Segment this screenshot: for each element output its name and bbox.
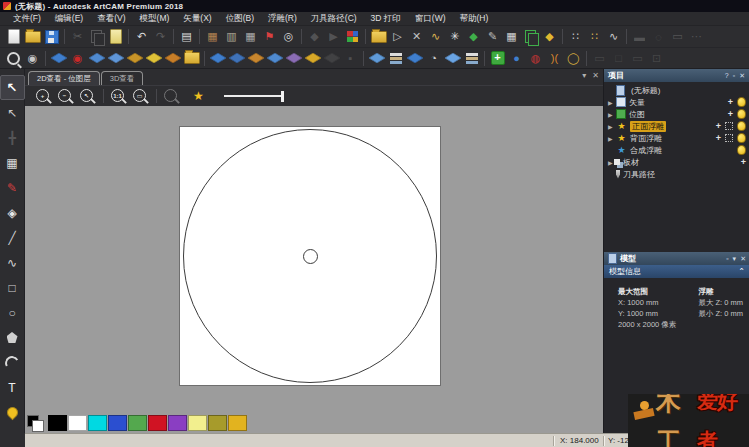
add-icon[interactable]: + [716, 121, 721, 131]
undo-icon[interactable]: ↶ [132, 28, 151, 45]
duplicate-green-icon[interactable] [521, 28, 540, 45]
palette-color-8[interactable] [188, 415, 207, 431]
green-lamp-icon[interactable]: ◆ [464, 28, 483, 45]
polyline-tool-icon[interactable]: ∿ [1, 250, 24, 275]
palette-color-4[interactable] [108, 415, 127, 431]
menu-item-7[interactable]: 浮雕(R) [261, 12, 304, 25]
menu-item-5[interactable]: 矢量(X) [176, 12, 218, 25]
zoom-out-icon[interactable]: − [55, 87, 77, 105]
menu-item-2[interactable]: 编辑(E) [48, 12, 90, 25]
help-icon[interactable]: ? [725, 72, 729, 79]
relief-blue-icon[interactable] [405, 50, 424, 67]
select-tool-icon[interactable]: ↖ [0, 75, 25, 100]
layer-stack-multi-icon[interactable] [462, 50, 481, 67]
visibility-bulb-icon[interactable] [737, 121, 746, 131]
project-tree-root[interactable]: (无标题) [604, 84, 749, 96]
relief-small-blue-icon[interactable] [443, 50, 462, 67]
droplet-tool-icon[interactable] [1, 400, 24, 425]
project-tree-item[interactable]: ▶位图+ [604, 108, 749, 120]
target-red-icon[interactable]: ◉ [68, 50, 87, 67]
new-file-icon[interactable] [4, 28, 23, 45]
menu-item-9[interactable]: 3D 打印 [364, 12, 408, 25]
relief-texture-orange-icon[interactable] [163, 50, 182, 67]
relief-offset-icon[interactable] [265, 50, 284, 67]
relief-texture-gold-icon[interactable] [125, 50, 144, 67]
nest-dots-icon[interactable]: ∷ [566, 28, 585, 45]
visibility-bulb-icon[interactable] [737, 97, 746, 107]
palette-color-1[interactable] [48, 415, 67, 431]
relief-pair-icon[interactable] [87, 50, 106, 67]
pin-icon[interactable]: ▫ [726, 255, 728, 262]
notes-icon[interactable]: ▤ [177, 28, 196, 45]
canvas-2d-view[interactable] [25, 106, 603, 433]
menu-item-10[interactable]: 窗口(W) [408, 12, 453, 25]
layer-pair-icon[interactable] [367, 50, 386, 67]
close-icon[interactable]: ✕ [740, 255, 746, 263]
weight-blue-icon[interactable]: ● [507, 50, 526, 67]
vector-circle-small[interactable] [303, 249, 318, 264]
relief-flat-icon[interactable] [246, 50, 265, 67]
menu-item-6[interactable]: 位图(B) [219, 12, 261, 25]
primary-secondary-swatch[interactable] [27, 415, 44, 431]
save-icon[interactable] [42, 28, 61, 45]
vector-arrow-icon[interactable]: ▷ [388, 28, 407, 45]
line-tool-icon[interactable]: ╱ [1, 225, 24, 250]
add-icon[interactable]: + [728, 109, 733, 119]
zoom-tool-icon[interactable] [4, 50, 23, 67]
menu-item-4[interactable]: 模型(M) [133, 12, 177, 25]
rectangle-tool-icon[interactable]: □ [1, 275, 24, 300]
project-tree-item[interactable]: ▶★背面浮雕+ [604, 132, 749, 144]
visibility-bulb-icon[interactable] [737, 145, 746, 155]
brackets-orange-icon[interactable]: )( [545, 50, 564, 67]
collapse-chevron-icon[interactable]: ⌃ [738, 267, 745, 276]
zoom-fit-icon[interactable]: ▭ [130, 87, 152, 105]
texture-red-icon[interactable]: ◍ [526, 50, 545, 67]
project-tree-item[interactable]: ▶矢量+ [604, 96, 749, 108]
fingerprint-icon[interactable]: ◉ [23, 50, 42, 67]
project-tree-item[interactable]: ★合成浮雕 [604, 144, 749, 156]
menu-item-1[interactable]: 文件(F) [6, 12, 48, 25]
model-sheet[interactable] [180, 127, 440, 385]
zoom-in-icon[interactable]: + [33, 87, 55, 105]
close-icon[interactable]: ✕ [592, 71, 599, 81]
expand-arrow-icon[interactable]: ▶ [608, 135, 616, 142]
paste-icon[interactable] [106, 28, 125, 45]
import-vector-icon[interactable] [369, 28, 388, 45]
zoom-previous-icon[interactable]: ↖ [77, 87, 99, 105]
node-edit-tool-icon[interactable]: ↖ [1, 100, 24, 125]
project-tree-item[interactable]: 刀具路径 [604, 168, 749, 180]
add-icon[interactable]: + [728, 97, 733, 107]
zoom-slider-handle[interactable] [281, 91, 284, 102]
draw-pencil-tool-icon[interactable]: ✎ [1, 175, 24, 200]
relief-smooth-icon[interactable] [49, 50, 68, 67]
shape-burst-icon[interactable]: ✳ [445, 28, 464, 45]
palette-color-10[interactable] [228, 415, 247, 431]
arc-tool-icon[interactable] [1, 350, 24, 375]
polygon-tool-icon[interactable] [1, 325, 24, 350]
relief-dot-icon[interactable] [303, 50, 322, 67]
pin-icon[interactable]: ▫ [733, 72, 735, 79]
tile-number-icon[interactable]: ▦ [502, 28, 521, 45]
palette-color-5[interactable] [128, 415, 147, 431]
gold-diamond-icon[interactable]: ◆ [540, 28, 559, 45]
sculpt-pencil-icon[interactable]: ✎ [483, 28, 502, 45]
array-dots-icon[interactable]: ∷ [585, 28, 604, 45]
node-path-icon[interactable]: ∿ [604, 28, 623, 45]
tab-2d-view[interactable]: 2D查看 - 位图层 [28, 71, 100, 85]
transform-handle-icon[interactable] [725, 122, 733, 130]
lamp-flag-icon[interactable]: ⚑ [260, 28, 279, 45]
open-folder-icon[interactable] [23, 28, 42, 45]
relief-half-icon[interactable] [227, 50, 246, 67]
color-axes-icon[interactable] [343, 28, 362, 45]
expand-arrow-icon[interactable]: ▶ [608, 123, 616, 130]
menu-item-8[interactable]: 刀具路径(C) [304, 12, 364, 25]
relief-folder-icon[interactable] [182, 50, 201, 67]
rotate-circle-icon[interactable]: ◔ [424, 50, 443, 67]
visibility-bulb-icon[interactable] [737, 109, 746, 119]
transform-handle-icon[interactable] [725, 134, 733, 142]
add-icon[interactable]: + [716, 133, 721, 143]
add-green-icon[interactable]: + [488, 50, 507, 67]
zoom-1to1-icon[interactable]: 1:1 [108, 87, 130, 105]
light-circle-icon[interactable]: ◎ [279, 28, 298, 45]
palette-color-3[interactable] [88, 415, 107, 431]
